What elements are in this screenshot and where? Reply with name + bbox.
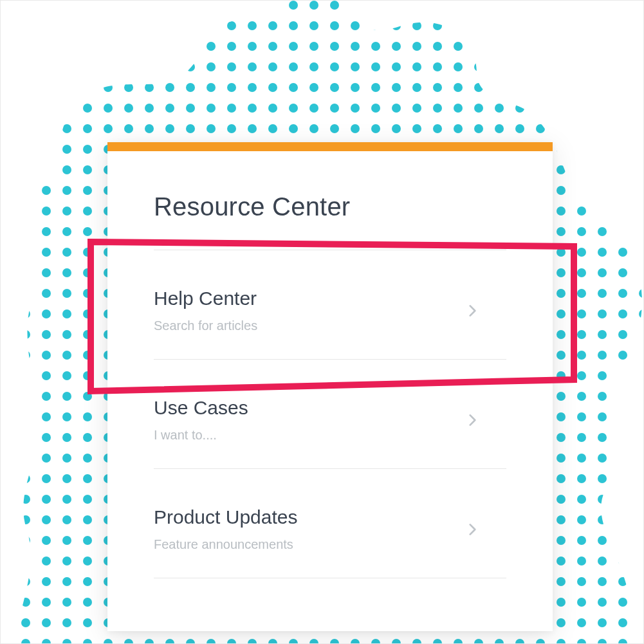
chevron-right-icon: [464, 302, 481, 319]
panel-accent-bar: [107, 142, 553, 151]
menu-item-subtitle: I want to....: [154, 428, 248, 443]
menu-item-help-center[interactable]: Help Center Search for articles: [154, 250, 506, 359]
chevron-right-icon: [464, 412, 481, 428]
chevron-right-icon: [464, 521, 481, 538]
menu-item-subtitle: Search for articles: [154, 318, 257, 333]
menu-item-product-updates[interactable]: Product Updates Feature announcements: [154, 468, 506, 578]
menu-item-title: Help Center: [154, 288, 257, 309]
menu-item-use-cases[interactable]: Use Cases I want to....: [154, 359, 506, 468]
panel-title: Resource Center: [154, 192, 506, 221]
menu-item-title: Product Updates: [154, 506, 297, 528]
menu-item-title: Use Cases: [154, 397, 248, 419]
resource-center-panel: Resource Center Help Center Search for a…: [107, 142, 553, 631]
menu-item-subtitle: Feature announcements: [154, 537, 297, 552]
